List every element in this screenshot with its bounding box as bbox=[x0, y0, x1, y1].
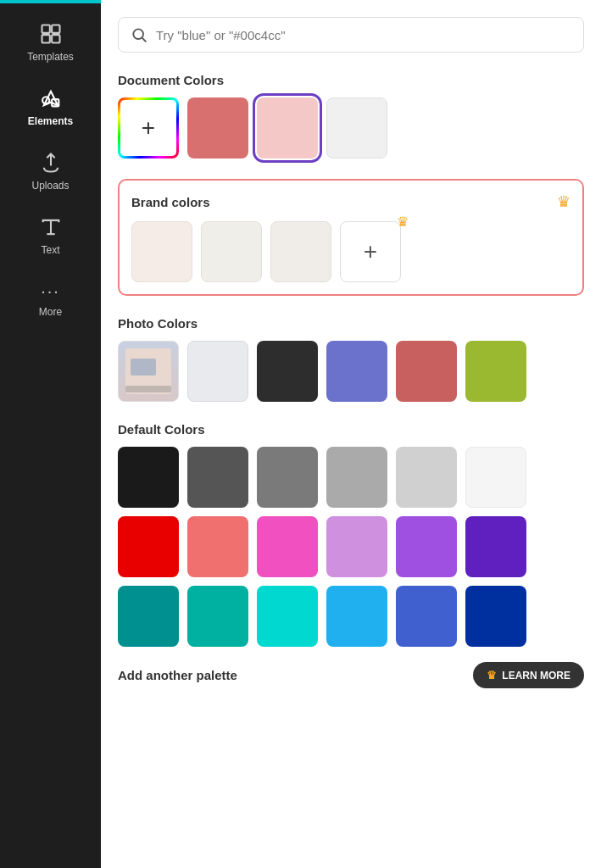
svg-rect-3 bbox=[52, 35, 59, 42]
uploads-label: Uploads bbox=[31, 180, 69, 192]
brand-colors-header: Brand colors ♛ bbox=[131, 192, 570, 211]
svg-rect-1 bbox=[52, 25, 59, 33]
brand-swatch-2[interactable] bbox=[201, 221, 262, 282]
photo-thumbnail-swatch[interactable] bbox=[118, 341, 179, 402]
sidebar-item-text[interactable]: Text bbox=[0, 203, 101, 268]
sidebar-item-uploads[interactable]: Uploads bbox=[0, 139, 101, 203]
default-swatch[interactable] bbox=[257, 516, 318, 577]
brand-crown-icon: ♛ bbox=[557, 192, 570, 211]
default-colors-row-3 bbox=[118, 586, 584, 647]
default-swatch[interactable] bbox=[326, 586, 387, 647]
add-palette-label: Add another palette bbox=[118, 668, 237, 682]
default-swatch[interactable] bbox=[257, 447, 318, 508]
elements-label: Elements bbox=[28, 115, 73, 127]
search-bar bbox=[118, 17, 584, 53]
default-swatch[interactable] bbox=[326, 447, 387, 508]
add-palette-row: Add another palette ♛ LEARN MORE bbox=[118, 655, 584, 688]
photo-colors-title: Photo Colors bbox=[118, 316, 584, 331]
sidebar-item-templates[interactable]: Templates bbox=[0, 10, 101, 75]
default-colors-section: Default Colors bbox=[118, 422, 584, 647]
more-label: More bbox=[39, 306, 62, 318]
document-colors-section: Document Colors + bbox=[118, 73, 584, 159]
photo-colors-swatches bbox=[118, 341, 584, 402]
add-color-swatch[interactable]: + bbox=[118, 97, 179, 159]
default-swatch[interactable] bbox=[396, 586, 457, 647]
search-input[interactable] bbox=[156, 28, 571, 42]
document-colors-swatches: + bbox=[118, 97, 584, 159]
document-colors-title: Document Colors bbox=[118, 73, 584, 87]
default-swatch[interactable] bbox=[257, 586, 318, 647]
photo-color-swatch[interactable] bbox=[257, 341, 318, 402]
brand-swatch-3[interactable] bbox=[270, 221, 331, 282]
search-icon bbox=[131, 26, 147, 43]
sidebar-item-more[interactable]: ··· More bbox=[0, 268, 101, 330]
default-swatch[interactable] bbox=[118, 447, 179, 508]
photo-color-swatch[interactable] bbox=[187, 341, 248, 402]
text-label: Text bbox=[41, 244, 59, 256]
plus-icon: + bbox=[364, 238, 377, 265]
color-swatch[interactable] bbox=[326, 97, 387, 159]
text-icon bbox=[39, 215, 63, 239]
templates-label: Templates bbox=[27, 51, 74, 63]
elements-icon bbox=[39, 86, 63, 110]
default-swatch[interactable] bbox=[326, 516, 387, 577]
default-swatch[interactable] bbox=[465, 516, 526, 577]
plus-icon: + bbox=[142, 114, 155, 142]
learn-more-button[interactable]: ♛ LEARN MORE bbox=[473, 662, 584, 688]
learn-more-crown-icon: ♛ bbox=[487, 669, 497, 682]
default-swatch[interactable] bbox=[187, 447, 248, 508]
default-colors-row-1 bbox=[118, 447, 584, 508]
color-swatch[interactable] bbox=[187, 97, 248, 159]
default-colors-row-2 bbox=[118, 516, 584, 577]
default-swatch[interactable] bbox=[187, 586, 248, 647]
main-content: Document Colors + Brand colors ♛ + bbox=[101, 0, 601, 868]
default-swatch[interactable] bbox=[465, 586, 526, 647]
default-swatch[interactable] bbox=[396, 447, 457, 508]
brand-add-swatch[interactable]: + ♛ bbox=[340, 221, 401, 282]
default-swatch[interactable] bbox=[465, 447, 526, 508]
photo-color-swatch[interactable] bbox=[326, 341, 387, 402]
brand-colors-section: Brand colors ♛ + ♛ bbox=[118, 179, 584, 296]
svg-rect-2 bbox=[42, 35, 49, 42]
brand-swatch-1[interactable] bbox=[131, 221, 192, 282]
default-colors-title: Default Colors bbox=[118, 422, 584, 437]
default-swatch[interactable] bbox=[118, 516, 179, 577]
brand-colors-title: Brand colors bbox=[131, 195, 210, 209]
default-swatch[interactable] bbox=[118, 586, 179, 647]
sidebar-item-elements[interactable]: Elements bbox=[0, 75, 101, 139]
brand-swatches-row: + ♛ bbox=[131, 221, 570, 282]
svg-line-7 bbox=[142, 38, 147, 42]
sidebar: Templates Elements Uploads Text ··· More bbox=[0, 0, 101, 868]
default-swatch[interactable] bbox=[187, 516, 248, 577]
more-icon: ··· bbox=[41, 281, 60, 301]
default-swatch[interactable] bbox=[396, 516, 457, 577]
svg-rect-0 bbox=[42, 25, 49, 33]
templates-icon bbox=[39, 22, 63, 46]
crown-badge-icon: ♛ bbox=[397, 214, 409, 230]
photo-color-swatch[interactable] bbox=[465, 341, 526, 402]
photo-colors-section: Photo Colors bbox=[118, 316, 584, 402]
learn-more-label: LEARN MORE bbox=[502, 670, 570, 682]
photo-color-swatch[interactable] bbox=[396, 341, 457, 402]
uploads-icon bbox=[39, 151, 63, 175]
color-swatch-selected[interactable] bbox=[257, 97, 318, 159]
svg-point-6 bbox=[133, 29, 143, 39]
